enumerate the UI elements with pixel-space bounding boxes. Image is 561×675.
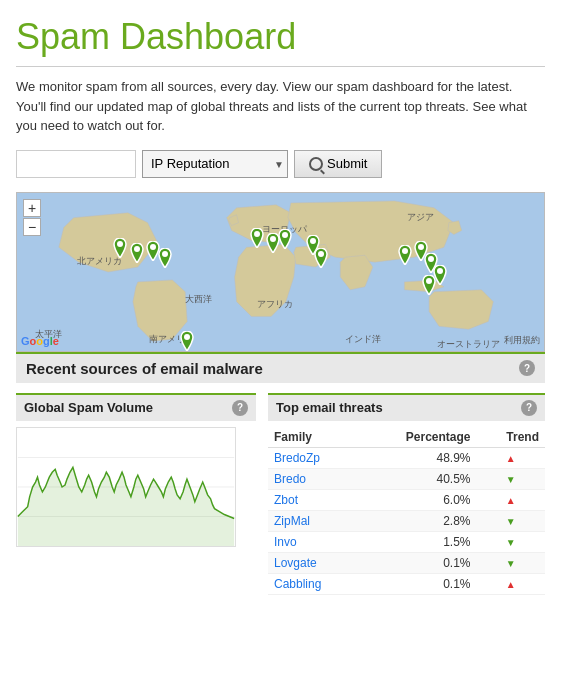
threat-family-cell[interactable]: Invo [268,531,359,552]
threat-percentage-cell: 1.5% [359,531,477,552]
threat-family-cell[interactable]: Zbot [268,489,359,510]
page-title: Spam Dashboard [0,0,561,66]
col-family: Family [268,427,359,448]
submit-button[interactable]: Submit [294,150,382,178]
threat-trend-cell: ▼ [477,552,545,573]
map-marker[interactable] [179,331,195,351]
spam-volume-panel: Global Spam Volume ? [16,393,256,595]
title-divider [16,66,545,67]
trend-down-icon: ▼ [506,537,516,548]
svg-point-19 [318,251,324,257]
svg-point-12 [134,246,140,252]
threat-trend-cell: ▼ [477,531,545,552]
spam-volume-header: Global Spam Volume ? [16,393,256,421]
threat-trend-cell: ▼ [477,468,545,489]
threat-percentage-cell: 0.1% [359,552,477,573]
svg-point-20 [402,248,408,254]
map-svg [17,193,544,351]
svg-marker-29 [18,467,234,546]
threat-percentage-cell: 2.8% [359,510,477,531]
zoom-in-button[interactable]: + [23,199,41,217]
asia-label: アジア [407,211,434,224]
indian-ocean-label: インド洋 [345,333,381,346]
threat-name-link[interactable]: Cabbling [274,577,321,591]
threats-table: Family Percentage Trend BredoZp48.9%▲Bre… [268,427,545,595]
recent-sources-header: Recent sources of email malware ? [16,352,545,383]
recent-sources-title: Recent sources of email malware [26,360,263,377]
google-logo: Google [21,335,59,347]
bottom-panels: Global Spam Volume ? Top email threats ? [16,393,545,595]
svg-point-17 [282,232,288,238]
threat-name-link[interactable]: Zbot [274,493,298,507]
table-row: Invo1.5%▼ [268,531,545,552]
spam-volume-title: Global Spam Volume [24,400,153,415]
threat-percentage-cell: 40.5% [359,468,477,489]
map-marker[interactable] [249,228,265,248]
search-bar: IP Reputation Domain Reputation URL Repu… [0,150,561,192]
recent-sources-help-icon[interactable]: ? [519,360,535,376]
page-description: We monitor spam from all sources, every … [0,77,561,150]
trend-up-icon: ▲ [506,495,516,506]
trend-up-icon: ▲ [506,579,516,590]
trend-up-icon: ▲ [506,453,516,464]
svg-point-23 [437,268,443,274]
threat-trend-cell: ▲ [477,447,545,468]
map-controls: + − [23,199,41,236]
trend-down-icon: ▼ [506,558,516,569]
svg-point-15 [254,231,260,237]
svg-point-11 [117,241,123,247]
map-marker[interactable] [112,238,128,258]
spam-volume-chart [16,427,236,547]
map-marker[interactable] [421,275,437,295]
reputation-dropdown[interactable]: IP Reputation Domain Reputation URL Repu… [142,150,288,178]
svg-point-24 [426,278,432,284]
threat-name-link[interactable]: Bredo [274,472,306,486]
threat-percentage-cell: 0.1% [359,573,477,594]
threat-percentage-cell: 6.0% [359,489,477,510]
table-row: Cabbling0.1%▲ [268,573,545,594]
svg-point-21 [418,244,424,250]
threat-percentage-cell: 48.9% [359,447,477,468]
atlantic-label: 大西洋 [185,293,212,306]
map-marker[interactable] [313,248,329,268]
map-marker[interactable] [277,229,293,249]
col-trend: Trend [477,427,545,448]
threat-name-link[interactable]: Invo [274,535,297,549]
submit-label: Submit [327,156,367,171]
threat-family-cell[interactable]: BredoZp [268,447,359,468]
threat-name-link[interactable]: BredoZp [274,451,320,465]
zoom-out-button[interactable]: − [23,218,41,236]
threat-name-link[interactable]: Lovgate [274,556,317,570]
svg-point-25 [184,334,190,340]
spam-volume-help-icon[interactable]: ? [232,400,248,416]
map-marker[interactable] [157,248,173,268]
trend-down-icon: ▼ [506,474,516,485]
map-marker[interactable] [129,243,145,263]
world-map: アジア ヨーロッパ 北アメリカ 大西洋 アフリカ 太平洋 南アメリカ インド洋 … [16,192,545,352]
map-terms: 利用規約 [504,334,540,347]
search-input[interactable] [16,150,136,178]
top-threats-header: Top email threats ? [268,393,545,421]
threat-trend-cell: ▲ [477,573,545,594]
threat-name-link[interactable]: ZipMal [274,514,310,528]
trend-down-icon: ▼ [506,516,516,527]
threat-trend-cell: ▼ [477,510,545,531]
search-icon [309,157,323,171]
top-threats-help-icon[interactable]: ? [521,400,537,416]
africa-label: アフリカ [257,298,293,311]
threat-family-cell[interactable]: ZipMal [268,510,359,531]
table-row: Zbot6.0%▲ [268,489,545,510]
threat-family-cell[interactable]: Bredo [268,468,359,489]
map-marker[interactable] [397,245,413,265]
svg-marker-7 [429,289,493,329]
threat-family-cell[interactable]: Cabbling [268,573,359,594]
table-row: Bredo40.5%▼ [268,468,545,489]
threat-trend-cell: ▲ [477,489,545,510]
dropdown-wrapper: IP Reputation Domain Reputation URL Repu… [142,150,288,178]
threat-family-cell[interactable]: Lovgate [268,552,359,573]
table-row: BredoZp48.9%▲ [268,447,545,468]
top-threats-title: Top email threats [276,400,383,415]
svg-point-14 [162,251,168,257]
table-row: Lovgate0.1%▼ [268,552,545,573]
svg-marker-6 [340,255,373,290]
